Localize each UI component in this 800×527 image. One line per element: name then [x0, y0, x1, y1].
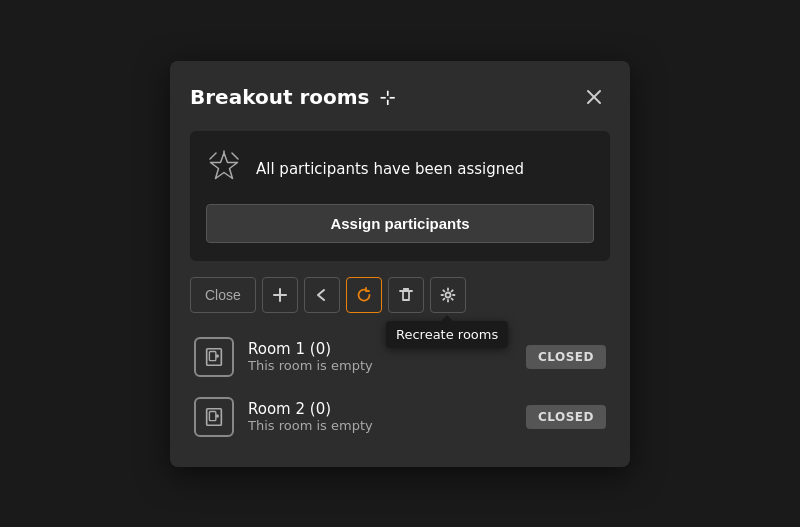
assign-participants-button[interactable]: Assign participants [206, 204, 594, 243]
recreate-icon [356, 287, 372, 303]
close-icon [586, 89, 602, 105]
room-door-icon-2 [203, 406, 225, 428]
svg-point-16 [216, 415, 218, 417]
trash-icon [398, 287, 414, 303]
close-dialog-button[interactable] [578, 81, 610, 113]
closed-badge-2: CLOSED [526, 405, 606, 429]
move-icon[interactable]: ⊹ [380, 85, 397, 109]
dialog-title: Breakout rooms [190, 85, 370, 109]
closed-badge-1: CLOSED [526, 345, 606, 369]
room-status-2: This room is empty [248, 418, 512, 433]
svg-line-2 [210, 153, 216, 159]
gear-icon [440, 287, 456, 303]
room-name-2: Room 2 (0) [248, 400, 512, 418]
back-icon [314, 287, 330, 303]
breakout-rooms-dialog: Breakout rooms ⊹ All participants have b… [170, 61, 630, 467]
participants-message: All participants have been assigned [256, 160, 524, 178]
tooltip: Recreate rooms [386, 321, 508, 348]
delete-rooms-button[interactable] [388, 277, 424, 313]
participants-row: All participants have been assigned [206, 149, 594, 190]
settings-button[interactable] [430, 277, 466, 313]
info-box: All participants have been assigned Assi… [190, 131, 610, 261]
dialog-header: Breakout rooms ⊹ [190, 81, 610, 113]
recreate-rooms-button[interactable] [346, 277, 382, 313]
star-icon [206, 149, 242, 190]
svg-point-13 [216, 355, 218, 357]
room-icon-2 [194, 397, 234, 437]
room-status-1: This room is empty [248, 358, 512, 373]
svg-rect-12 [209, 351, 215, 360]
plus-icon [272, 287, 288, 303]
close-rooms-button[interactable]: Close [190, 277, 256, 313]
svg-point-10 [445, 292, 450, 297]
svg-rect-15 [209, 411, 215, 420]
add-room-button[interactable] [262, 277, 298, 313]
room-item-2: Room 2 (0) This room is empty CLOSED [190, 387, 610, 447]
header-left: Breakout rooms ⊹ [190, 85, 396, 109]
toolbar: Close [190, 277, 610, 313]
room-info-2: Room 2 (0) This room is empty [248, 400, 512, 433]
back-button[interactable] [304, 277, 340, 313]
svg-line-3 [232, 153, 238, 159]
room-icon-1 [194, 337, 234, 377]
room-door-icon [203, 346, 225, 368]
tooltip-text: Recreate rooms [396, 327, 498, 342]
